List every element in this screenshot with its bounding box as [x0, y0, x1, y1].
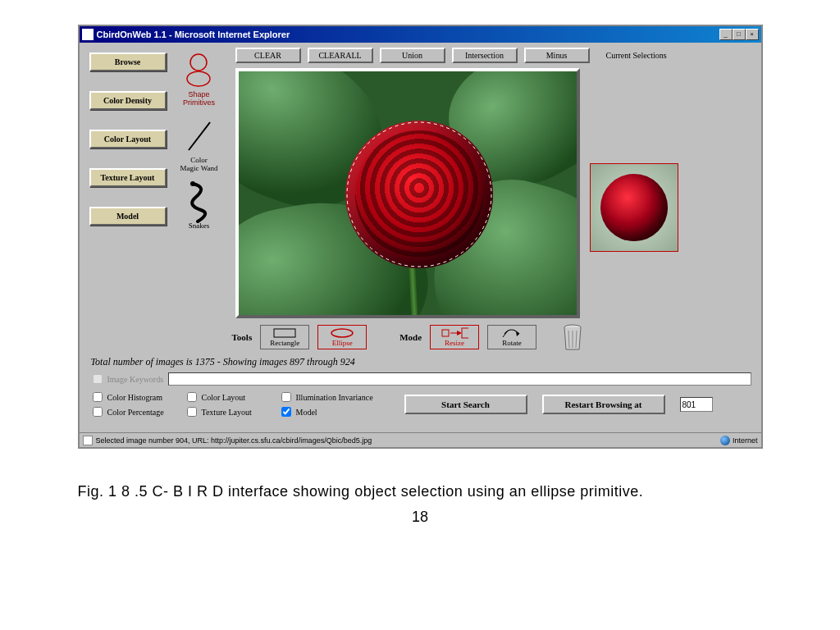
- svg-point-6: [331, 329, 353, 337]
- browser-window: CbirdOnWeb 1.1 - Microsoft Internet Expl…: [78, 25, 763, 449]
- color-histogram-checkbox[interactable]: [93, 392, 103, 402]
- selection-panel: [590, 68, 680, 318]
- image-keywords-label: Image Keywords: [107, 375, 164, 384]
- start-search-button[interactable]: Start Search: [404, 395, 527, 414]
- top-button-row: CLEAR CLEARALL Union Intersection Minus …: [235, 48, 753, 63]
- main-area: CLEAR CLEARALL Union Intersection Minus …: [232, 48, 756, 318]
- ellipse-label: Ellipse: [332, 339, 353, 347]
- clear-button[interactable]: CLEAR: [235, 48, 301, 63]
- image-keywords-checkbox[interactable]: [93, 374, 103, 384]
- svg-marker-9: [457, 331, 462, 336]
- svg-point-3: [190, 181, 195, 186]
- ie-page-icon: [83, 436, 93, 445]
- svg-line-11: [503, 331, 508, 337]
- rotate-mode[interactable]: Rotate: [487, 325, 536, 349]
- trash-icon: [561, 323, 584, 351]
- model-button[interactable]: Model: [89, 207, 167, 226]
- title-bar: CbirdOnWeb 1.1 - Microsoft Internet Expl…: [80, 26, 761, 43]
- rectangle-tool[interactable]: Rectangle: [260, 325, 309, 349]
- svg-point-1: [187, 71, 210, 86]
- rectangle-label: Rectangle: [270, 339, 299, 347]
- tools-label: Tools: [232, 332, 253, 342]
- ie-icon: [82, 29, 94, 40]
- color-layout-button[interactable]: Color Layout: [89, 130, 167, 148]
- texture-layout-button[interactable]: Texture Layout: [89, 168, 167, 187]
- rotate-label: Rotate: [502, 339, 522, 347]
- ellipse-tool[interactable]: Ellipse: [317, 325, 367, 349]
- model-checkbox[interactable]: [281, 407, 291, 417]
- color-density-button[interactable]: Color Density: [89, 91, 167, 110]
- minus-button[interactable]: Minus: [524, 48, 590, 63]
- internet-zone-label: Internet: [733, 436, 758, 445]
- svg-rect-5: [274, 329, 295, 337]
- close-button[interactable]: ×: [746, 29, 759, 40]
- selection-thumbnail[interactable]: [590, 163, 680, 252]
- shape-primitives-tool[interactable]: Shape Primitives: [183, 51, 215, 107]
- color-layout-label: Color Layout: [202, 393, 246, 402]
- sidebar: Browse Color Density Color Layout Textur…: [84, 48, 167, 226]
- browse-button[interactable]: Browse: [89, 52, 167, 71]
- minimize-button[interactable]: _: [719, 29, 733, 40]
- restart-browsing-button[interactable]: Restart Browsing at: [542, 395, 665, 414]
- status-text: Total number of images is 1375 - Showing…: [91, 356, 756, 368]
- snakes-icon: [183, 182, 216, 221]
- color-magic-wand-tool[interactable]: Color Magic Wand: [180, 116, 218, 172]
- intersection-button[interactable]: Intersection: [452, 48, 518, 63]
- magic-wand-icon: [180, 116, 218, 156]
- illumination-invariance-label: Illumination Invariance: [296, 393, 373, 402]
- statusbar-text: Selected image number 904, URL: http://j…: [96, 436, 720, 445]
- trash-button[interactable]: [561, 323, 584, 351]
- clearall-button[interactable]: CLEARALL: [308, 48, 373, 63]
- main-image[interactable]: [235, 68, 580, 318]
- internet-zone-icon: [720, 436, 730, 445]
- figure-caption: Fig. 1 8 .5 C- B I R D interface showing…: [78, 482, 763, 502]
- svg-rect-7: [442, 330, 449, 336]
- color-histogram-label: Color Histogram: [107, 393, 163, 402]
- maximize-button[interactable]: □: [733, 29, 746, 40]
- restart-at-input[interactable]: [680, 397, 713, 412]
- illumination-invariance-checkbox[interactable]: [281, 392, 291, 402]
- resize-mode[interactable]: Resize: [430, 325, 479, 349]
- model-label: Model: [296, 408, 317, 417]
- texture-layout-checkbox[interactable]: [187, 407, 197, 417]
- shape-primitives-icon: [183, 51, 215, 90]
- svg-point-0: [190, 54, 207, 71]
- tool-column: Shape Primitives Color Magic Wand: [167, 48, 232, 230]
- texture-layout-label: Texture Layout: [202, 408, 252, 417]
- mode-label: Mode: [399, 332, 422, 342]
- color-percentage-checkbox[interactable]: [93, 407, 103, 417]
- svg-line-2: [189, 122, 210, 150]
- svg-rect-10: [462, 328, 468, 338]
- resize-icon: [441, 327, 468, 339]
- snakes-tool[interactable]: Snakes: [183, 182, 216, 230]
- window-title: CbirdOnWeb 1.1 - Microsoft Internet Expl…: [97, 30, 719, 39]
- union-button[interactable]: Union: [380, 48, 445, 63]
- color-layout-checkbox[interactable]: [187, 392, 197, 402]
- keywords-input[interactable]: [168, 372, 751, 386]
- client-area: Browse Color Density Color Layout Textur…: [80, 43, 761, 432]
- status-bar: Selected image number 904, URL: http://j…: [80, 432, 761, 447]
- svg-point-4: [347, 122, 491, 267]
- ellipse-selection-icon: [345, 121, 493, 268]
- color-percentage-label: Color Percentage: [107, 408, 164, 417]
- shape-primitives-label: Shape Primitives: [183, 90, 215, 107]
- magic-wand-label: Color Magic Wand: [180, 156, 218, 172]
- page-number: 18: [33, 509, 807, 526]
- resize-label: Resize: [445, 339, 464, 347]
- rotate-icon: [500, 327, 524, 339]
- bottom-tools-row: Tools Rectangle Ellipse Mode: [232, 323, 756, 351]
- current-selections-label: Current Selections: [606, 51, 667, 60]
